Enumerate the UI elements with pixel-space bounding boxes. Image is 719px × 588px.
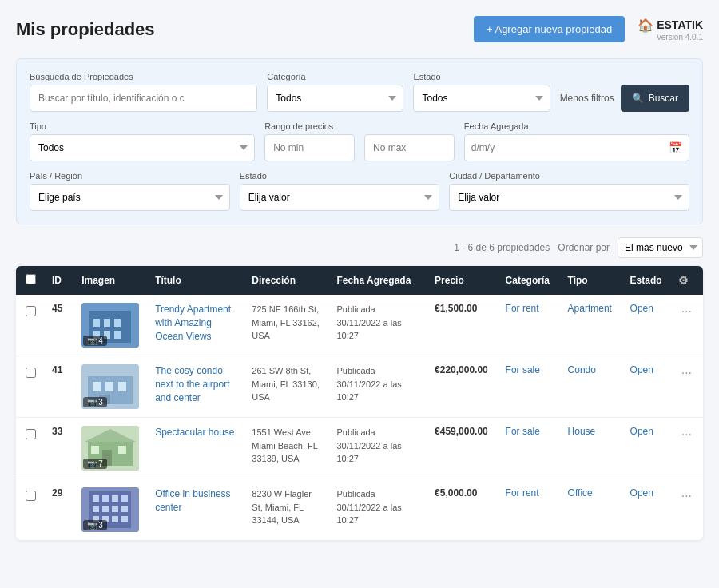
row-actions-button-45[interactable]: ··· — [678, 303, 695, 320]
date-input[interactable] — [465, 137, 662, 158]
date-input-wrap: 📅 — [464, 134, 689, 161]
property-category-link-29[interactable]: For rent — [506, 487, 539, 499]
row-checkbox-33[interactable] — [26, 429, 36, 439]
property-date-41: Publicada30/11/2022 a las 10:27 — [336, 364, 419, 404]
region-state-select[interactable]: Elija valor — [240, 184, 440, 211]
row-estado-cell-29: Open — [622, 479, 670, 541]
camera-icon: 📷 — [87, 521, 97, 530]
price-label: Rango de precios — [264, 121, 355, 131]
property-date-45: Publicada30/11/2022 a las 10:27 — [336, 303, 419, 343]
svg-rect-12 — [118, 382, 126, 391]
date-label: Fecha Agregada — [464, 121, 689, 131]
status-select[interactable]: Todos — [413, 85, 550, 112]
row-date-cell-41: Publicada30/11/2022 a las 10:27 — [328, 356, 427, 418]
property-address-41: 261 SW 8th St, Miami, FL 33130, USA — [252, 364, 320, 404]
row-tipo-cell-45: Apartment — [560, 295, 622, 356]
th-title: Título — [147, 266, 244, 295]
price-min-input[interactable] — [264, 134, 355, 161]
svg-rect-29 — [121, 506, 128, 512]
filter-row-2: Tipo Todos Rango de precios Fecha Agrega… — [30, 121, 689, 161]
search-icon: 🔍 — [632, 93, 644, 104]
property-price-45: €1,500.00 — [435, 303, 490, 314]
row-actions-button-29[interactable]: ··· — [678, 487, 695, 505]
row-tipo-cell-41: Condo — [560, 356, 622, 418]
row-actions-button-41[interactable]: ··· — [678, 364, 695, 382]
category-label: Categoría — [267, 72, 403, 81]
header-right: + Agregar nueva propiedad 🏠 ESTATIK Vers… — [474, 16, 703, 42]
row-checkbox-29[interactable] — [26, 491, 36, 501]
search-label: Búsqueda de Propiedades — [30, 72, 257, 81]
brand: 🏠 ESTATIK Version 4.0.1 — [638, 18, 703, 42]
property-estado-link-29[interactable]: Open — [630, 487, 653, 499]
price-max-group — [364, 134, 455, 161]
row-address-cell-33: 1551 West Ave, Miami Beach, FL 33139, US… — [244, 418, 328, 479]
property-price-33: €459,000.00 — [435, 426, 490, 437]
th-date: Fecha Agregada — [328, 266, 427, 295]
row-checkbox-41[interactable] — [26, 368, 36, 378]
property-thumbnail-33: 📷7 — [81, 426, 139, 471]
row-checkbox-cell — [16, 418, 44, 479]
results-bar: 1 - 6 de 6 propiedades Ordenar por El má… — [16, 237, 703, 258]
svg-rect-28 — [112, 506, 118, 512]
table-row: 29 📷3 Office in business center 8230 W F… — [16, 479, 703, 541]
row-actions-cell-29: ··· — [670, 479, 703, 541]
row-image-cell-33: 📷7 — [73, 418, 147, 479]
row-checkbox-cell — [16, 295, 44, 356]
property-tipo-link-33[interactable]: House — [568, 426, 596, 437]
property-category-link-45[interactable]: For rent — [506, 303, 539, 314]
svg-rect-3 — [104, 319, 110, 327]
country-label: País / Región — [30, 171, 230, 181]
property-estado-link-33[interactable]: Open — [630, 426, 653, 437]
row-id-29: 29 — [44, 479, 73, 541]
row-checkbox-45[interactable] — [26, 306, 36, 316]
property-address-33: 1551 West Ave, Miami Beach, FL 33139, US… — [252, 426, 320, 466]
property-estado-link-41[interactable]: Open — [630, 364, 653, 375]
property-estado-link-45[interactable]: Open — [630, 303, 653, 314]
svg-rect-33 — [121, 516, 128, 522]
sort-label: Ordenar por — [558, 242, 610, 253]
row-checkbox-cell — [16, 356, 44, 418]
property-tipo-link-45[interactable]: Apartment — [568, 303, 612, 314]
country-select[interactable]: Elige país — [30, 184, 230, 211]
row-actions-button-33[interactable]: ··· — [678, 426, 695, 443]
row-title-cell-45: Trendy Apartment with Amazing Ocean View… — [147, 295, 244, 356]
page-header: Mis propiedades + Agregar nueva propieda… — [16, 16, 703, 42]
filter-actions: Menos filtros 🔍 Buscar — [560, 85, 689, 112]
property-address-45: 725 NE 166th St, Miami, FL 33162, USA — [252, 303, 320, 343]
row-price-cell-29: €5,000.00 — [427, 479, 498, 541]
search-input[interactable] — [30, 85, 257, 112]
row-category-cell-41: For sale — [498, 356, 560, 418]
price-label-group: Rango de precios — [264, 121, 355, 161]
city-select[interactable]: Elija valor — [449, 184, 689, 211]
gear-icon[interactable]: ⚙ — [678, 274, 689, 287]
svg-rect-23 — [102, 495, 109, 502]
table-header-row: ID Imagen Título Dirección Fecha Agregad… — [16, 266, 703, 295]
property-tipo-link-41[interactable]: Condo — [568, 364, 596, 375]
search-button[interactable]: 🔍 Buscar — [621, 85, 689, 112]
svg-rect-27 — [102, 506, 109, 512]
tipo-select[interactable]: Todos — [30, 134, 255, 161]
select-all-checkbox[interactable] — [26, 274, 36, 284]
svg-rect-25 — [121, 495, 128, 502]
property-title-link-41[interactable]: The cosy condo next to the airport and c… — [155, 365, 229, 403]
price-max-input[interactable] — [364, 134, 455, 161]
sort-select[interactable]: El más nuevo — [618, 237, 703, 258]
camera-icon: 📷 — [87, 336, 97, 345]
less-filters-button[interactable]: Menos filtros — [560, 85, 614, 112]
row-date-cell-45: Publicada30/11/2022 a las 10:27 — [328, 295, 427, 356]
row-id-41: 41 — [44, 356, 73, 418]
row-address-cell-45: 725 NE 166th St, Miami, FL 33162, USA — [244, 295, 328, 356]
row-estado-cell-33: Open — [622, 418, 670, 479]
add-property-button[interactable]: + Agregar nueva propiedad — [474, 16, 625, 42]
th-id: ID — [44, 266, 73, 295]
property-title-link-33[interactable]: Spectacular house — [155, 427, 234, 438]
region-state-group: Estado Elija valor — [240, 171, 440, 211]
property-category-link-33[interactable]: For sale — [506, 426, 540, 437]
row-title-cell-33: Spectacular house — [147, 418, 244, 479]
property-title-link-45[interactable]: Trendy Apartment with Amazing Ocean View… — [155, 304, 231, 342]
property-title-link-29[interactable]: Office in business center — [155, 488, 231, 513]
property-category-link-41[interactable]: For sale — [506, 364, 540, 375]
category-select[interactable]: Todos — [267, 85, 403, 112]
camera-icon: 📷 — [87, 459, 97, 468]
property-tipo-link-29[interactable]: Office — [568, 487, 593, 499]
